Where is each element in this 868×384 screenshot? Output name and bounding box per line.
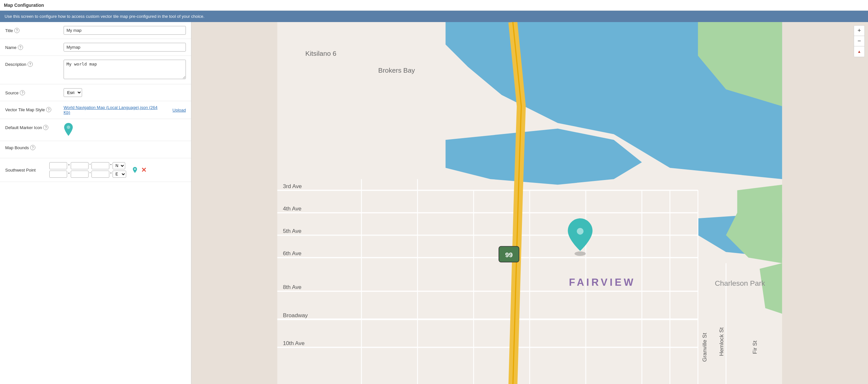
deg-input-ns[interactable] — [49, 162, 67, 169]
map-svg: 99 3rd Ave 4th Ave 5th Ave 6th Ave 8th A… — [191, 22, 868, 384]
zoom-in-button[interactable]: + — [854, 26, 864, 36]
style-inner: World Navigation Map (Local Language).js… — [64, 105, 186, 115]
dir-select-ew[interactable]: E W — [113, 170, 126, 178]
source-help-icon[interactable]: ? — [20, 90, 25, 95]
marker-label: Default Marker Icon ? — [5, 123, 64, 130]
dir-select-ns[interactable]: N S — [113, 162, 125, 169]
source-select[interactable]: Esri — [64, 88, 82, 97]
name-label: Name ? — [5, 43, 64, 50]
map-bounds-section: Map Bounds ? — [0, 141, 191, 158]
title-label: Title ? — [5, 26, 64, 33]
description-control: My world map — [64, 60, 186, 80]
style-label: Vector Tile Map Style ? — [5, 105, 64, 112]
svg-point-35 — [575, 251, 586, 256]
svg-text:Fir St: Fir St — [751, 341, 758, 354]
sec-input-ew[interactable] — [91, 170, 109, 178]
svg-text:Charleson Park: Charleson Park — [715, 279, 766, 287]
style-help-icon[interactable]: ? — [46, 107, 51, 112]
name-help-icon[interactable]: ? — [18, 45, 23, 50]
form-panel: Title ? Name ? Description ? My — [0, 22, 191, 384]
bounds-help-icon[interactable]: ? — [30, 145, 35, 150]
name-control — [64, 43, 186, 52]
style-control: World Navigation Map (Local Language).js… — [64, 105, 186, 115]
info-banner: Use this screen to configure how to acce… — [0, 11, 868, 22]
page-title: Map Configuration — [0, 0, 868, 11]
source-row: Source ? Esri — [0, 84, 191, 101]
title-input[interactable] — [64, 26, 186, 35]
southwest-section: Southwest Point ° ʹ " N S — [0, 158, 191, 182]
main-layout: Title ? Name ? Description ? My — [0, 22, 868, 384]
svg-text:Hemlock St: Hemlock St — [718, 327, 725, 356]
title-control — [64, 26, 186, 35]
style-row: Vector Tile Map Style ? World Navigation… — [0, 101, 191, 119]
svg-text:Broadway: Broadway — [283, 312, 308, 319]
upload-link[interactable]: Upload — [173, 108, 186, 113]
source-label: Source ? — [5, 88, 64, 95]
name-input[interactable] — [64, 43, 186, 52]
style-file-link[interactable]: World Navigation Map (Local Language).js… — [64, 105, 163, 115]
svg-text:10th Ave: 10th Ave — [283, 340, 305, 346]
svg-text:99: 99 — [505, 251, 513, 258]
coords-group: ° ʹ " N S ° ʹ — [49, 162, 126, 178]
svg-text:Kitsilano 6: Kitsilano 6 — [305, 50, 336, 57]
svg-text:Brokers Bay: Brokers Bay — [378, 66, 415, 74]
marker-row: Default Marker Icon ? — [0, 119, 191, 141]
title-row: Title ? — [0, 22, 191, 39]
southwest-label: Southwest Point — [5, 168, 48, 172]
description-input[interactable]: My world map — [64, 60, 186, 79]
delete-icon[interactable]: ✕ — [141, 166, 147, 174]
svg-text:5th Ave: 5th Ave — [283, 228, 301, 234]
zoom-out-button[interactable]: − — [854, 36, 864, 46]
svg-text:4th Ave: 4th Ave — [283, 205, 301, 212]
title-help-icon[interactable]: ? — [14, 28, 20, 33]
southwest-row: Southwest Point ° ʹ " N S — [5, 162, 186, 178]
min-input-ew[interactable] — [71, 170, 89, 178]
svg-text:3rd Ave: 3rd Ave — [283, 183, 302, 189]
min-input-ns[interactable] — [71, 162, 89, 169]
marker-help-icon[interactable]: ? — [43, 125, 48, 130]
deg-input-ew[interactable] — [49, 170, 67, 178]
svg-point-0 — [67, 126, 70, 129]
description-help-icon[interactable]: ? — [28, 62, 33, 67]
map-controls: + − ▲ — [854, 25, 865, 57]
marker-control — [64, 123, 186, 137]
svg-text:FAIRVIEW: FAIRVIEW — [569, 277, 636, 288]
map-panel: 99 3rd Ave 4th Ave 5th Ave 6th Ave 8th A… — [191, 22, 868, 384]
action-icons: ✕ — [131, 166, 147, 174]
name-row: Name ? — [0, 39, 191, 56]
map-container: 99 3rd Ave 4th Ave 5th Ave 6th Ave 8th A… — [191, 22, 868, 384]
map-bounds-label: Map Bounds ? — [5, 145, 186, 150]
source-control: Esri — [64, 88, 186, 97]
svg-text:Granville St: Granville St — [701, 333, 708, 362]
marker-icon — [64, 123, 73, 136]
pin-icon[interactable] — [131, 166, 138, 173]
coord-row-ew: ° ʹ " E W — [49, 170, 126, 178]
svg-text:8th Ave: 8th Ave — [283, 284, 301, 290]
sec-input-ns[interactable] — [91, 162, 109, 169]
description-label: Description ? — [5, 60, 64, 67]
coord-row-ns: ° ʹ " N S — [49, 162, 126, 169]
svg-point-34 — [577, 228, 584, 235]
svg-text:6th Ave: 6th Ave — [283, 250, 301, 257]
description-row: Description ? My world map — [0, 56, 191, 84]
compass-button[interactable]: ▲ — [854, 46, 864, 57]
